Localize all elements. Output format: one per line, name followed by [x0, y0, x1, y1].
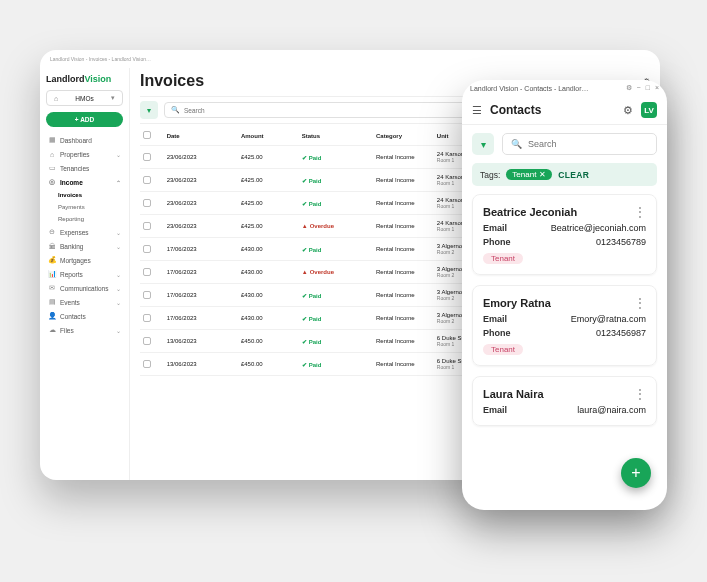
contact-name: Emory Ratna [483, 297, 634, 309]
cell-amount: £425.00 [238, 192, 299, 215]
row-checkbox[interactable] [143, 222, 151, 230]
row-checkbox[interactable] [143, 291, 151, 299]
row-checkbox[interactable] [143, 245, 151, 253]
contact-email: Emory@ratna.com [571, 314, 646, 324]
col-date[interactable]: Date [164, 126, 238, 146]
cell-date: 17/06/2023 [164, 307, 238, 330]
chevron-up-icon: ⌃ [116, 179, 121, 186]
nav-reports[interactable]: 📊Reports⌄ [46, 267, 123, 281]
nav-expenses[interactable]: ⊖Expenses⌄ [46, 225, 123, 239]
breadcrumb: Landlord Vision - Invoices - Landlord Vi… [40, 50, 660, 68]
cell-amount: £430.00 [238, 284, 299, 307]
nav-dashboard[interactable]: ▦Dashboard [46, 133, 123, 147]
col-status[interactable]: Status [299, 126, 373, 146]
nav-banking[interactable]: 🏛Banking⌄ [46, 239, 123, 253]
tenant-badge: Tenant [483, 344, 523, 355]
nav-mortgages[interactable]: 💰Mortgages [46, 253, 123, 267]
cell-category: Rental Income [373, 146, 434, 169]
search-input[interactable] [184, 107, 244, 114]
gear-icon[interactable]: ⚙ [623, 104, 633, 117]
tags-label: Tags: [480, 170, 500, 180]
contact-card[interactable]: Emory Ratna⋮EmailEmory@ratna.comPhone012… [472, 285, 657, 366]
maximize-icon[interactable]: □ [646, 84, 650, 92]
income-icon: ◎ [48, 178, 56, 186]
properties-icon: ⌂ [48, 150, 56, 158]
row-checkbox[interactable] [143, 337, 151, 345]
remove-tag-icon[interactable]: ✕ [539, 170, 546, 179]
gear-icon[interactable]: ⚙ [626, 84, 632, 92]
filter-button[interactable]: ▾ [472, 133, 494, 155]
row-checkbox[interactable] [143, 268, 151, 276]
row-checkbox[interactable] [143, 360, 151, 368]
dashboard-icon: ▦ [48, 136, 56, 144]
home-icon: ⌂ [52, 94, 60, 102]
logo: LandlordVision [46, 74, 123, 84]
add-button[interactable]: + ADD [46, 112, 123, 127]
contacts-title: Contacts [490, 103, 615, 117]
cell-category: Rental Income [373, 192, 434, 215]
col-amount[interactable]: Amount [238, 126, 299, 146]
search-input[interactable] [528, 139, 648, 149]
check-icon: ✔ [302, 155, 307, 161]
phone-titlebar: Landlord Vision - Contacts - Landlor… ⚙ … [462, 80, 667, 96]
check-icon: ✔ [302, 201, 307, 207]
close-icon[interactable]: × [655, 84, 659, 92]
minimize-icon[interactable]: − [637, 84, 641, 92]
row-checkbox[interactable] [143, 153, 151, 161]
filter-button[interactable]: ▾ [140, 101, 158, 119]
select-all-checkbox[interactable] [143, 131, 151, 139]
add-contact-fab[interactable]: + [621, 458, 651, 488]
more-icon[interactable]: ⋮ [634, 387, 646, 401]
row-checkbox[interactable] [143, 314, 151, 322]
cell-status: ✔Paid [299, 169, 373, 192]
cell-status: ✔Paid [299, 330, 373, 353]
search-icon: 🔍 [171, 106, 180, 114]
contact-card[interactable]: Laura Naira⋮Emaillaura@naira.com [472, 376, 657, 426]
nav-events[interactable]: ▤Events⌄ [46, 295, 123, 309]
nav-properties[interactable]: ⌂Properties⌄ [46, 147, 123, 161]
expenses-icon: ⊖ [48, 228, 56, 236]
tag-chip-tenant[interactable]: Tenant ✕ [506, 169, 552, 180]
cell-amount: £450.00 [238, 330, 299, 353]
clear-tags-link[interactable]: CLEAR [558, 170, 589, 180]
row-checkbox[interactable] [143, 199, 151, 207]
contact-name: Beatrice Jeconiah [483, 206, 634, 218]
contacts-icon: 👤 [48, 312, 56, 320]
row-checkbox[interactable] [143, 176, 151, 184]
nav-income[interactable]: ◎Income⌃ [46, 175, 123, 189]
check-icon: ✔ [302, 247, 307, 253]
more-icon[interactable]: ⋮ [634, 296, 646, 310]
filter-icon: ▾ [481, 139, 486, 150]
search-box[interactable]: 🔍 [502, 133, 657, 155]
check-icon: ✔ [302, 293, 307, 299]
menu-icon[interactable]: ☰ [472, 104, 482, 117]
plus-icon: + [631, 464, 640, 482]
hmos-selector[interactable]: ⌂ HMOs ▾ [46, 90, 123, 106]
nav-reporting[interactable]: Reporting [46, 213, 123, 225]
sidebar: LandlordVision ⌂ HMOs ▾ + ADD ▦Dashboard… [40, 68, 130, 480]
warning-icon: ▲ [302, 223, 308, 229]
nav-invoices[interactable]: Invoices [46, 189, 123, 201]
nav-tenancies[interactable]: ▭Tenancies [46, 161, 123, 175]
lv-logo-icon: LV [641, 102, 657, 118]
chevron-down-icon: ⌄ [116, 151, 121, 158]
contact-card[interactable]: Beatrice Jeconiah⋮EmailBeatrice@jeconiah… [472, 194, 657, 275]
nav-payments[interactable]: Payments [46, 201, 123, 213]
cell-date: 17/06/2023 [164, 238, 238, 261]
cell-date: 23/06/2023 [164, 169, 238, 192]
nav-communications[interactable]: ✉Communications⌄ [46, 281, 123, 295]
cell-date: 17/06/2023 [164, 261, 238, 284]
titlebar-text: Landlord Vision - Contacts - Landlor… [470, 85, 589, 92]
cell-category: Rental Income [373, 330, 434, 353]
nav-files[interactable]: ☁Files⌄ [46, 323, 123, 337]
cell-amount: £430.00 [238, 238, 299, 261]
contact-phone: 0123456987 [596, 328, 646, 338]
cell-date: 23/06/2023 [164, 215, 238, 238]
nav-contacts[interactable]: 👤Contacts [46, 309, 123, 323]
hmos-label: HMOs [75, 95, 93, 102]
chevron-down-icon: ⌄ [116, 285, 121, 292]
contact-name: Laura Naira [483, 388, 634, 400]
cell-category: Rental Income [373, 169, 434, 192]
col-category[interactable]: Category [373, 126, 434, 146]
more-icon[interactable]: ⋮ [634, 205, 646, 219]
